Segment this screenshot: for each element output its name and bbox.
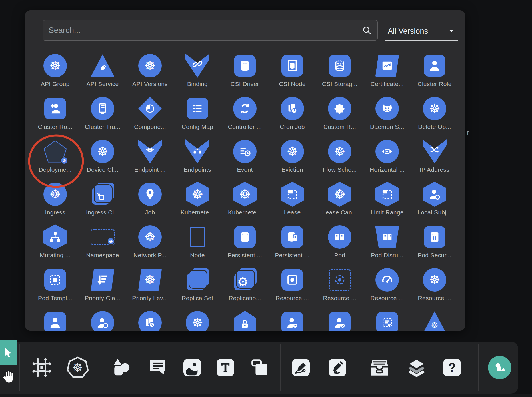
library-icon-ip-address[interactable]: IP Address — [411, 139, 458, 182]
library-icon-endpoint[interactable]: Endpoint ... — [126, 139, 174, 182]
library-icon-kubernete[interactable]: ☸Kubernete... — [221, 182, 269, 225]
library-icon-pod-secur[interactable]: Pod Secur... — [411, 225, 458, 268]
library-icon-lease[interactable]: Lease — [269, 182, 316, 225]
library-icon-lease-can[interactable]: ☸Lease Can... — [316, 182, 363, 225]
toolbar-circuit-button[interactable] — [30, 356, 53, 379]
toolbar-archive-button[interactable] — [369, 357, 390, 378]
library-icon-eviction[interactable]: ☸Eviction — [269, 139, 316, 182]
library-icon-flow-sche[interactable]: ☸Flow Sche... — [316, 139, 363, 182]
library-icon-namespace[interactable]: ☸Namespace — [79, 225, 126, 268]
library-icon-pod-templ[interactable]: Pod Templ... — [31, 268, 79, 311]
library-icon-persistent[interactable]: Persistent ... — [269, 225, 316, 268]
library-icon-row7-item-7[interactable] — [316, 311, 363, 331]
library-icon-row7-item-3[interactable] — [126, 311, 174, 331]
icon-library-dialog: All Versions ☸API GroupAPI Service☸API V… — [25, 10, 465, 331]
library-icon-compone[interactable]: Compone... — [126, 97, 174, 139]
library-icon-persistent[interactable]: Persistent ... — [221, 225, 269, 268]
toolbar-connector-pen-button[interactable] — [292, 359, 310, 376]
library-icon-row7-item-6[interactable] — [269, 311, 316, 331]
library-icon-pod-disru[interactable]: Pod Disru... — [363, 225, 411, 268]
csi-node-shape — [280, 54, 304, 78]
toolbar-group: ? — [369, 342, 461, 394]
library-icon-csi-storag[interactable]: CSI Storag... — [316, 54, 363, 97]
library-icon-resource[interactable]: Resource ... — [316, 268, 363, 311]
ingress-shape: ☸ — [43, 182, 67, 206]
library-icon-resource[interactable]: Resource ... — [363, 268, 411, 311]
library-icon-priority-cla[interactable]: Priority Cla... — [79, 268, 126, 311]
library-icon-job[interactable]: Job — [126, 182, 174, 225]
library-icon-network-p[interactable]: ☸Network P... — [126, 225, 174, 268]
cron-job-label: Cron Job — [280, 123, 305, 130]
toolbar-layers-button[interactable] — [407, 358, 427, 378]
library-icon-controller[interactable]: Controller ... — [221, 97, 269, 139]
hand-pan-tool[interactable] — [1, 370, 16, 387]
library-icon-priority-lev[interactable]: ☸Priority Lev... — [126, 268, 174, 311]
canvas-text-fragment: t... — [467, 129, 475, 137]
library-icon-delete-op[interactable]: ☸Delete Op... — [411, 97, 458, 139]
bottom-toolbar: ☸? — [0, 342, 518, 394]
library-icon-ingress-cl[interactable]: Ingress Cl... — [79, 182, 126, 225]
binding-label: Binding — [187, 81, 208, 87]
library-icon-kubernete[interactable]: ☸Kubernete... — [174, 182, 221, 225]
priority-lev-label: Priority Lev... — [132, 295, 168, 302]
persistent-label: Persistent ... — [228, 252, 262, 259]
row7-item-2-shape — [91, 311, 115, 331]
library-icon-replicatio[interactable]: ⚙Replicatio... — [221, 268, 269, 311]
library-icon-device-cl[interactable]: ☸Device Cl... — [79, 139, 126, 182]
node-shape — [185, 225, 209, 249]
row7-item-7-shape — [328, 311, 352, 331]
toolbar-comment-button[interactable] — [147, 357, 168, 378]
library-icon-cluster-tru[interactable]: Cluster Tru... — [79, 97, 126, 139]
library-icon-csi-node[interactable]: CSI Node — [269, 54, 316, 97]
library-icon-api-service[interactable]: API Service — [79, 54, 126, 97]
library-icon-resource[interactable]: ☸Resource ... — [411, 268, 458, 311]
job-shape — [138, 182, 162, 206]
library-icon-api-group[interactable]: ☸API Group — [31, 54, 79, 97]
library-icon-row7-item-8[interactable] — [363, 311, 411, 331]
custom-r-label: Custom R... — [323, 123, 356, 130]
library-icon-api-versions[interactable]: ☸API Versions — [126, 54, 174, 97]
toolbar-kubernetes-button[interactable]: ☸ — [66, 356, 90, 380]
library-icon-ingress[interactable]: ☸Ingress — [31, 182, 79, 225]
search-input[interactable] — [49, 26, 362, 35]
library-icon-row7-item-1[interactable] — [31, 311, 79, 331]
library-icon-row7-item-9[interactable]: ☸ — [411, 311, 458, 331]
library-icon-resource[interactable]: Resource ... — [269, 268, 316, 311]
library-icon-binding[interactable]: Binding — [174, 54, 221, 97]
toolbar-shapes-button[interactable] — [110, 357, 132, 378]
select-tool-button[interactable] — [0, 340, 17, 365]
shape-library-button[interactable] — [488, 356, 511, 379]
library-icon-pod[interactable]: Pod — [316, 225, 363, 268]
library-icon-custom-r[interactable]: Custom R... — [316, 97, 363, 139]
library-icon-cluster-ro[interactable]: Cluster Ro... — [31, 97, 79, 139]
library-icon-cluster-role[interactable]: Cluster Role — [411, 54, 458, 97]
library-icon-row7-item-4[interactable]: ☸ — [174, 311, 221, 331]
library-icon-replica-set[interactable]: Replica Set — [174, 268, 221, 311]
library-icon-cron-job[interactable]: Cron Job — [269, 97, 316, 139]
library-icon-row7-item-5[interactable] — [221, 311, 269, 331]
toolbar-text-button[interactable] — [217, 359, 234, 376]
resource-shape — [375, 268, 399, 292]
ip-address-label: IP Address — [420, 166, 449, 173]
library-icon-limit-range[interactable]: Limit Range — [363, 182, 411, 225]
toolbar-image-button[interactable] — [183, 359, 201, 376]
library-icon-csi-driver[interactable]: CSI Driver — [221, 54, 269, 97]
toolbar-draw-button[interactable] — [329, 359, 346, 376]
toolbar-help-button[interactable]: ? — [443, 359, 461, 376]
resource-shape — [328, 268, 352, 292]
library-icon-certificate[interactable]: Certificate... — [363, 54, 411, 97]
library-icon-row7-item-2[interactable] — [79, 311, 126, 331]
library-icon-config-map[interactable]: Config Map — [174, 97, 221, 139]
library-icon-daemon-s[interactable]: Daemon S... — [363, 97, 411, 139]
library-icon-deployme[interactable]: ☸Deployme... — [31, 139, 79, 182]
library-icon-horizontal[interactable]: Horizontal ... — [363, 139, 411, 182]
library-icon-event[interactable]: Event — [221, 139, 269, 182]
daemon-s-shape — [375, 97, 399, 121]
library-icon-node[interactable]: Node — [174, 225, 221, 268]
archive-icon — [369, 357, 390, 378]
library-icon-endpoints[interactable]: Endpoints — [174, 139, 221, 182]
library-icon-local-subj[interactable]: Local Subj... — [411, 182, 458, 225]
toolbar-note-button[interactable] — [250, 358, 270, 378]
version-filter-dropdown[interactable]: All Versions — [385, 22, 458, 41]
library-icon-mutating[interactable]: Mutating ... — [31, 225, 79, 268]
